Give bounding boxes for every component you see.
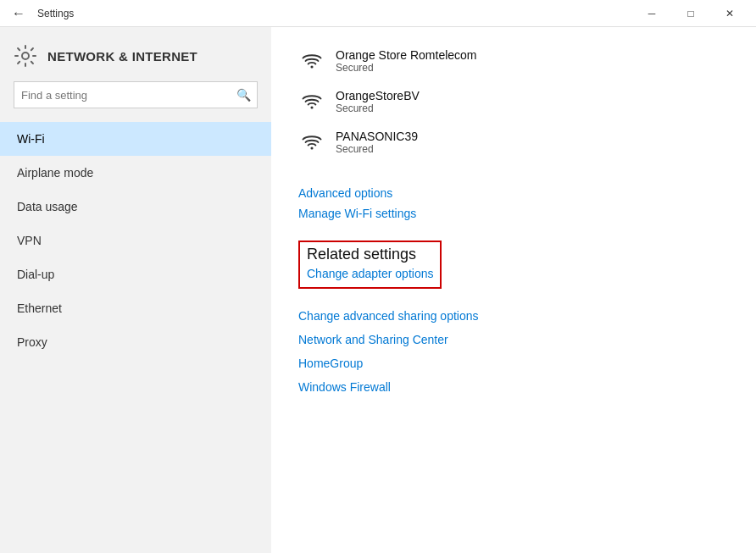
wifi-links-section: Advanced optionsManage Wi-Fi settings [298,183,729,224]
close-button[interactable]: ✕ [710,0,749,27]
network-status: Secured [336,62,477,74]
gear-icon [14,44,37,68]
maximize-button[interactable]: □ [671,0,710,27]
network-name: OrangeStoreBV [336,89,420,102]
svg-point-2 [310,106,313,108]
sidebar-item-dial-up[interactable]: Dial-up [0,257,271,291]
related-settings-section: Related settings Change adapter options … [298,241,729,397]
related-links: Change advanced sharing optionsNetwork a… [298,306,729,397]
wifi-icon [298,47,325,75]
svg-point-1 [310,65,313,68]
link-manage-wifi[interactable]: Manage Wi-Fi settings [298,203,729,224]
back-button[interactable]: ← [7,2,31,25]
window-controls: ─ □ ✕ [632,0,749,27]
related-settings-title: Related settings Change adapter options [298,241,729,296]
search-input[interactable] [14,81,258,108]
sidebar-item-vpn[interactable]: VPN [0,224,271,257]
link-change-advanced-sharing[interactable]: Change advanced sharing options [298,306,729,326]
wifi-icon [298,129,325,156]
network-status: Secured [336,143,418,155]
app-layout: NETWORK & INTERNET 🔍 Wi-FiAirplane modeD… [0,27,756,553]
network-item: OrangeStoreBV Secured [298,81,729,122]
network-status: Secured [336,102,420,114]
network-item: Orange Store Romtelecom Secured [298,41,729,81]
window-title: Settings [37,8,632,19]
sidebar-header: NETWORK & INTERNET [0,27,271,81]
svg-point-0 [22,53,29,59]
link-homegroup[interactable]: HomeGroup [298,353,729,373]
sidebar: NETWORK & INTERNET 🔍 Wi-FiAirplane modeD… [0,27,271,553]
wifi-icon [298,88,325,115]
network-list: Orange Store Romtelecom Secured OrangeSt… [298,41,729,163]
sidebar-item-airplane[interactable]: Airplane mode [0,156,271,190]
sidebar-item-data-usage[interactable]: Data usage [0,190,271,224]
link-network-sharing-center[interactable]: Network and Sharing Center [298,329,729,350]
sidebar-item-wifi[interactable]: Wi-Fi [0,122,271,156]
minimize-button[interactable]: ─ [632,0,671,27]
link-windows-firewall[interactable]: Windows Firewall [298,377,729,397]
link-advanced-options[interactable]: Advanced options [298,183,729,203]
network-name: Orange Store Romtelecom [336,48,477,62]
sidebar-nav: Wi-FiAirplane modeData usageVPNDial-upEt… [0,122,271,553]
search-box: 🔍 [14,81,258,108]
network-name: PANASONIC39 [336,130,418,143]
main-content: Orange Store Romtelecom Secured OrangeSt… [271,27,756,553]
search-icon: 🔍 [236,88,251,102]
svg-point-3 [310,147,313,149]
link-change-adapter[interactable]: Change adapter options [307,263,433,284]
sidebar-item-ethernet[interactable]: Ethernet [0,291,271,325]
highlight-box: Related settings Change adapter options [298,241,442,289]
app-title: NETWORK & INTERNET [47,49,197,64]
sidebar-item-proxy[interactable]: Proxy [0,325,271,359]
titlebar: ← Settings ─ □ ✕ [0,0,756,27]
network-item: PANASONIC39 Secured [298,122,729,163]
